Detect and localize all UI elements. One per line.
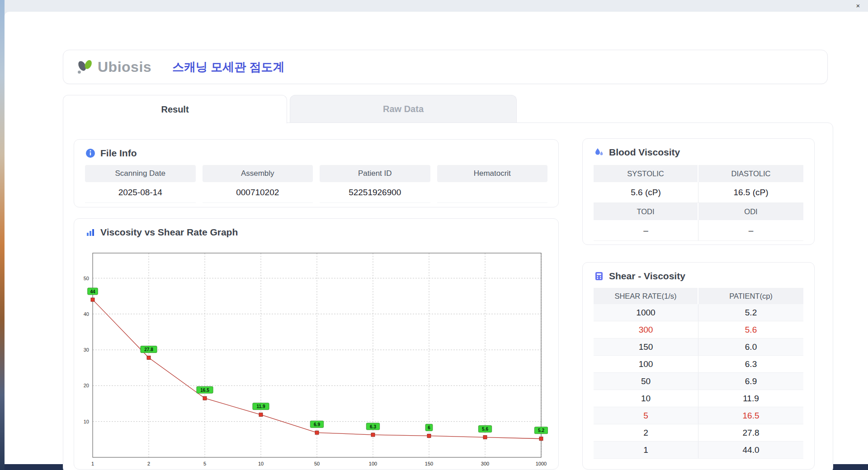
shear-row: 1006.3 xyxy=(594,356,803,373)
field-label: Scanning Date xyxy=(85,165,196,182)
tab-raw-data[interactable]: Raw Data xyxy=(290,95,517,122)
blood-viscosity-title: Blood Viscosity xyxy=(609,147,680,158)
value-cell: 5.2 xyxy=(698,304,803,321)
field-assembly: Assembly 000710202 xyxy=(203,165,313,203)
value-cell: 6.3 xyxy=(698,356,803,372)
value-cell: 16.5 xyxy=(698,407,803,424)
svg-text:27.8: 27.8 xyxy=(144,347,153,352)
diastolic-value: 16.5 (cP) xyxy=(698,182,803,203)
svg-text:5: 5 xyxy=(203,461,206,466)
svg-text:10: 10 xyxy=(84,419,89,424)
svg-text:1: 1 xyxy=(91,461,94,466)
tab-result[interactable]: Result xyxy=(63,95,287,123)
field-hematocrit: Hematocrit xyxy=(437,165,548,203)
field-value: 2025-08-14 xyxy=(85,182,196,203)
odi-label: ODI xyxy=(698,203,803,220)
svg-text:300: 300 xyxy=(481,461,489,466)
systolic-value: 5.6 (cP) xyxy=(594,182,698,203)
shear-viscosity-title: Shear - Viscosity xyxy=(609,271,685,282)
field-patient-id: Patient ID 52251926900 xyxy=(320,165,430,203)
shear-table: SHEAR RATE(1/s) PATIENT(cp) 10005.2 3005… xyxy=(594,288,803,459)
svg-text:40: 40 xyxy=(84,311,89,317)
svg-text:44: 44 xyxy=(90,289,95,294)
value-cell: 44.0 xyxy=(698,442,803,458)
rate-cell: 300 xyxy=(594,321,698,338)
leaf-icon xyxy=(75,57,96,76)
result-panel: File Info Scanning Date 2025-08-14 Assem… xyxy=(63,122,833,470)
shear-rate-column-header: SHEAR RATE(1/s) xyxy=(594,288,698,304)
value-cell: 6.9 xyxy=(698,373,803,390)
odi-value: – xyxy=(698,220,803,241)
file-info-title: File Info xyxy=(100,148,137,159)
svg-text:30: 30 xyxy=(84,347,89,352)
systolic-label: SYSTOLIC xyxy=(594,165,698,182)
bar-chart-icon xyxy=(85,227,96,238)
diastolic-label: DIASTOLIC xyxy=(698,165,803,182)
svg-text:5.6: 5.6 xyxy=(482,427,488,432)
info-icon xyxy=(85,148,96,159)
svg-text:6: 6 xyxy=(428,425,430,430)
field-label: Hematocrit xyxy=(437,165,548,182)
rate-cell: 10 xyxy=(594,390,698,407)
viscosity-graph-card: Viscosity vs Shear Rate Graph 1020304050… xyxy=(74,218,559,470)
shear-row: 1506.0 xyxy=(594,338,803,356)
svg-text:1000: 1000 xyxy=(536,461,547,466)
svg-text:6.9: 6.9 xyxy=(314,422,320,427)
svg-text:100: 100 xyxy=(369,461,377,466)
field-scanning-date: Scanning Date 2025-08-14 xyxy=(85,165,196,203)
shear-row: 144.0 xyxy=(594,442,803,459)
tab-raw-data-label: Raw Data xyxy=(383,104,424,114)
graph-title: Viscosity vs Shear Rate Graph xyxy=(100,227,238,238)
shear-viscosity-card: Shear - Viscosity SHEAR RATE(1/s) PATIEN… xyxy=(582,262,815,470)
svg-text:6.3: 6.3 xyxy=(370,424,376,429)
svg-text:2: 2 xyxy=(147,461,150,466)
shear-row: 516.5 xyxy=(594,407,803,424)
field-value xyxy=(437,182,548,203)
logo-text: Ubiosis xyxy=(98,59,151,75)
desktop-background-strip xyxy=(0,0,5,470)
shear-table-header: SHEAR RATE(1/s) PATIENT(cp) xyxy=(594,288,803,304)
svg-text:50: 50 xyxy=(84,276,89,281)
value-cell: 27.8 xyxy=(698,424,803,441)
todi-label: TODI xyxy=(594,203,698,220)
shear-row: 1011.9 xyxy=(594,390,803,407)
droplet-icon xyxy=(594,147,604,158)
value-cell: 5.6 xyxy=(698,321,803,338)
ubiosis-logo: Ubiosis xyxy=(75,57,151,76)
rate-cell: 1000 xyxy=(594,304,698,321)
field-label: Patient ID xyxy=(320,165,430,182)
patient-column-header: PATIENT(cp) xyxy=(698,288,803,304)
svg-text:11.9: 11.9 xyxy=(257,404,265,409)
shear-row: 227.8 xyxy=(594,424,803,442)
app-window: Ubiosis 스캐닝 모세관 점도계 Result Raw Data File… xyxy=(5,12,868,464)
shear-row: 3005.6 xyxy=(594,321,803,338)
rate-cell: 150 xyxy=(594,338,698,355)
header: Ubiosis 스캐닝 모세관 점도계 xyxy=(63,50,828,84)
blood-viscosity-card: Blood Viscosity SYSTOLIC DIASTOLIC 5.6 (… xyxy=(582,138,815,245)
file-info-card: File Info Scanning Date 2025-08-14 Assem… xyxy=(74,139,559,207)
field-value: 000710202 xyxy=(203,182,313,203)
tab-result-label: Result xyxy=(161,104,189,115)
shear-row: 506.9 xyxy=(594,373,803,390)
close-icon[interactable]: × xyxy=(854,2,862,10)
rate-cell: 50 xyxy=(594,373,698,390)
page-title: 스캐닝 모세관 점도계 xyxy=(172,59,284,75)
calculator-icon xyxy=(594,271,604,282)
rate-cell: 5 xyxy=(594,407,698,424)
value-cell: 6.0 xyxy=(698,338,803,355)
value-cell: 11.9 xyxy=(698,390,803,407)
rate-cell: 100 xyxy=(594,356,698,372)
svg-text:16.5: 16.5 xyxy=(200,388,209,393)
svg-text:10: 10 xyxy=(258,461,264,466)
rate-cell: 1 xyxy=(594,442,698,458)
svg-text:50: 50 xyxy=(314,461,320,466)
svg-text:20: 20 xyxy=(84,383,89,388)
svg-text:5.2: 5.2 xyxy=(538,428,544,433)
shear-row: 10005.2 xyxy=(594,304,803,321)
field-label: Assembly xyxy=(203,165,313,182)
svg-text:150: 150 xyxy=(425,461,433,466)
rate-cell: 2 xyxy=(594,424,698,441)
viscosity-chart: 1020304050125105010015030010004427.816.5… xyxy=(78,247,548,470)
todi-value: – xyxy=(594,220,698,241)
field-value: 52251926900 xyxy=(320,182,430,203)
